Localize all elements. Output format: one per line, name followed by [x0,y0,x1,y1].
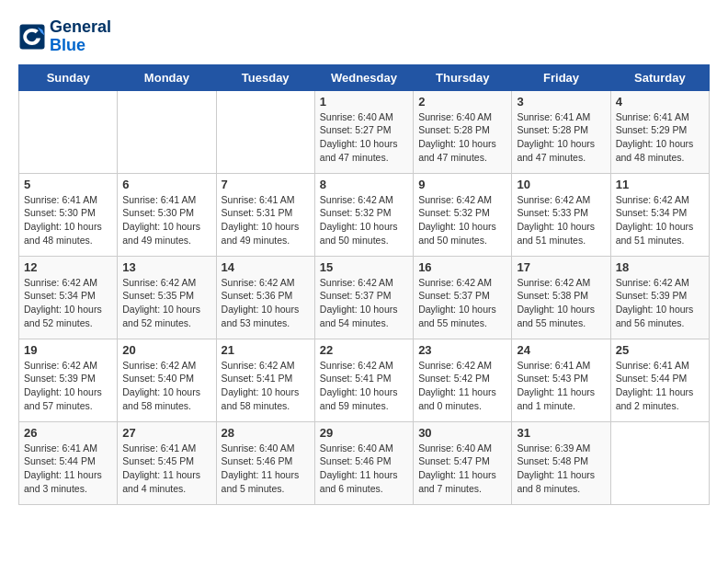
day-info: Sunrise: 6:42 AM Sunset: 5:40 PM Dayligh… [122,359,210,413]
day-info: Sunrise: 6:41 AM Sunset: 5:44 PM Dayligh… [24,442,112,496]
day-info: Sunrise: 6:42 AM Sunset: 5:34 PM Dayligh… [616,193,704,247]
calendar-week-1: 1Sunrise: 6:40 AM Sunset: 5:27 PM Daylig… [19,90,710,173]
day-info: Sunrise: 6:42 AM Sunset: 5:41 PM Dayligh… [222,359,310,413]
calendar-cell: 4Sunrise: 6:41 AM Sunset: 5:29 PM Daylig… [610,90,709,173]
day-number: 6 [122,178,210,191]
calendar-cell [610,421,709,504]
day-number: 17 [517,260,605,274]
calendar-cell: 7Sunrise: 6:41 AM Sunset: 5:31 PM Daylig… [216,173,314,256]
day-info: Sunrise: 6:40 AM Sunset: 5:47 PM Dayligh… [418,442,506,496]
day-info: Sunrise: 6:41 AM Sunset: 5:45 PM Dayligh… [122,442,210,496]
calendar-cell: 24Sunrise: 6:41 AM Sunset: 5:43 PM Dayli… [512,339,610,421]
day-number: 25 [616,343,704,357]
day-header-friday: Friday [512,64,610,90]
calendar-cell: 10Sunrise: 6:42 AM Sunset: 5:33 PM Dayli… [512,173,610,256]
calendar-cell: 13Sunrise: 6:42 AM Sunset: 5:35 PM Dayli… [118,256,216,339]
calendar-cell: 15Sunrise: 6:42 AM Sunset: 5:37 PM Dayli… [314,256,413,339]
calendar-cell: 12Sunrise: 6:42 AM Sunset: 5:34 PM Dayli… [19,256,118,339]
day-info: Sunrise: 6:42 AM Sunset: 5:32 PM Dayligh… [418,193,506,247]
calendar-cell: 27Sunrise: 6:41 AM Sunset: 5:45 PM Dayli… [118,421,216,504]
day-header-monday: Monday [118,64,216,90]
day-number: 30 [418,426,506,440]
logo-text: General Blue [50,18,111,55]
calendar-cell [216,90,314,173]
day-info: Sunrise: 6:41 AM Sunset: 5:43 PM Dayligh… [517,359,605,413]
calendar-table: SundayMondayTuesdayWednesdayThursdayFrid… [18,64,710,505]
calendar-week-2: 5Sunrise: 6:41 AM Sunset: 5:30 PM Daylig… [19,173,710,256]
day-info: Sunrise: 6:40 AM Sunset: 5:28 PM Dayligh… [418,110,506,165]
calendar-cell: 1Sunrise: 6:40 AM Sunset: 5:27 PM Daylig… [314,90,413,173]
day-number: 22 [320,343,408,357]
day-number: 26 [24,426,112,440]
calendar-cell: 11Sunrise: 6:42 AM Sunset: 5:34 PM Dayli… [610,173,709,256]
day-info: Sunrise: 6:40 AM Sunset: 5:27 PM Dayligh… [320,110,408,165]
day-number: 15 [320,260,408,274]
calendar-week-5: 26Sunrise: 6:41 AM Sunset: 5:44 PM Dayli… [19,421,710,504]
logo: General Blue [18,18,111,55]
day-number: 12 [24,260,112,274]
day-number: 5 [24,178,112,191]
day-info: Sunrise: 6:40 AM Sunset: 5:46 PM Dayligh… [222,442,310,496]
day-number: 11 [616,178,704,191]
calendar-cell: 19Sunrise: 6:42 AM Sunset: 5:39 PM Dayli… [19,339,118,421]
day-info: Sunrise: 6:42 AM Sunset: 5:32 PM Dayligh… [320,193,408,247]
day-number: 23 [418,343,506,357]
day-number: 16 [418,260,506,274]
calendar-cell: 2Sunrise: 6:40 AM Sunset: 5:28 PM Daylig… [414,90,512,173]
day-number: 2 [418,95,506,109]
calendar-cell: 3Sunrise: 6:41 AM Sunset: 5:28 PM Daylig… [512,90,610,173]
day-info: Sunrise: 6:42 AM Sunset: 5:38 PM Dayligh… [517,276,605,330]
calendar-cell: 9Sunrise: 6:42 AM Sunset: 5:32 PM Daylig… [414,173,512,256]
calendar-cell: 18Sunrise: 6:42 AM Sunset: 5:39 PM Dayli… [610,256,709,339]
day-info: Sunrise: 6:41 AM Sunset: 5:31 PM Dayligh… [222,193,310,247]
calendar-cell [19,90,118,173]
calendar-cell: 30Sunrise: 6:40 AM Sunset: 5:47 PM Dayli… [414,421,512,504]
calendar-cell: 5Sunrise: 6:41 AM Sunset: 5:30 PM Daylig… [19,173,118,256]
day-info: Sunrise: 6:42 AM Sunset: 5:39 PM Dayligh… [616,276,704,330]
day-info: Sunrise: 6:41 AM Sunset: 5:30 PM Dayligh… [122,193,210,247]
calendar-cell: 23Sunrise: 6:42 AM Sunset: 5:42 PM Dayli… [414,339,512,421]
calendar-cell: 8Sunrise: 6:42 AM Sunset: 5:32 PM Daylig… [314,173,413,256]
day-number: 14 [222,260,310,274]
calendar-week-4: 19Sunrise: 6:42 AM Sunset: 5:39 PM Dayli… [19,339,710,421]
calendar-header-row: SundayMondayTuesdayWednesdayThursdayFrid… [19,64,710,90]
day-info: Sunrise: 6:41 AM Sunset: 5:44 PM Dayligh… [616,359,704,413]
calendar-week-3: 12Sunrise: 6:42 AM Sunset: 5:34 PM Dayli… [19,256,710,339]
day-info: Sunrise: 6:42 AM Sunset: 5:42 PM Dayligh… [418,359,506,413]
day-info: Sunrise: 6:41 AM Sunset: 5:28 PM Dayligh… [517,110,605,165]
day-info: Sunrise: 6:42 AM Sunset: 5:35 PM Dayligh… [122,276,210,330]
calendar-cell: 26Sunrise: 6:41 AM Sunset: 5:44 PM Dayli… [19,421,118,504]
day-number: 3 [517,95,605,109]
day-number: 24 [517,343,605,357]
day-info: Sunrise: 6:42 AM Sunset: 5:34 PM Dayligh… [24,276,112,330]
calendar-cell [118,90,216,173]
day-info: Sunrise: 6:42 AM Sunset: 5:41 PM Dayligh… [320,359,408,413]
calendar-cell: 6Sunrise: 6:41 AM Sunset: 5:30 PM Daylig… [118,173,216,256]
calendar-cell: 16Sunrise: 6:42 AM Sunset: 5:37 PM Dayli… [414,256,512,339]
day-number: 10 [517,178,605,191]
day-info: Sunrise: 6:41 AM Sunset: 5:29 PM Dayligh… [616,110,704,165]
day-number: 4 [616,95,704,109]
day-header-wednesday: Wednesday [314,64,413,90]
calendar-cell: 14Sunrise: 6:42 AM Sunset: 5:36 PM Dayli… [216,256,314,339]
day-info: Sunrise: 6:42 AM Sunset: 5:39 PM Dayligh… [24,359,112,413]
calendar-cell: 17Sunrise: 6:42 AM Sunset: 5:38 PM Dayli… [512,256,610,339]
day-number: 8 [320,178,408,191]
calendar-cell: 31Sunrise: 6:39 AM Sunset: 5:48 PM Dayli… [512,421,610,504]
day-number: 19 [24,343,112,357]
day-number: 13 [122,260,210,274]
day-number: 18 [616,260,704,274]
day-info: Sunrise: 6:42 AM Sunset: 5:37 PM Dayligh… [418,276,506,330]
day-number: 29 [320,426,408,440]
calendar-cell: 21Sunrise: 6:42 AM Sunset: 5:41 PM Dayli… [216,339,314,421]
calendar-cell: 29Sunrise: 6:40 AM Sunset: 5:46 PM Dayli… [314,421,413,504]
day-info: Sunrise: 6:42 AM Sunset: 5:37 PM Dayligh… [320,276,408,330]
day-number: 21 [222,343,310,357]
day-info: Sunrise: 6:39 AM Sunset: 5:48 PM Dayligh… [517,442,605,496]
day-number: 1 [320,95,408,109]
day-number: 9 [418,178,506,191]
day-number: 7 [222,178,310,191]
day-header-thursday: Thursday [414,64,512,90]
day-number: 27 [122,426,210,440]
calendar-cell: 28Sunrise: 6:40 AM Sunset: 5:46 PM Dayli… [216,421,314,504]
